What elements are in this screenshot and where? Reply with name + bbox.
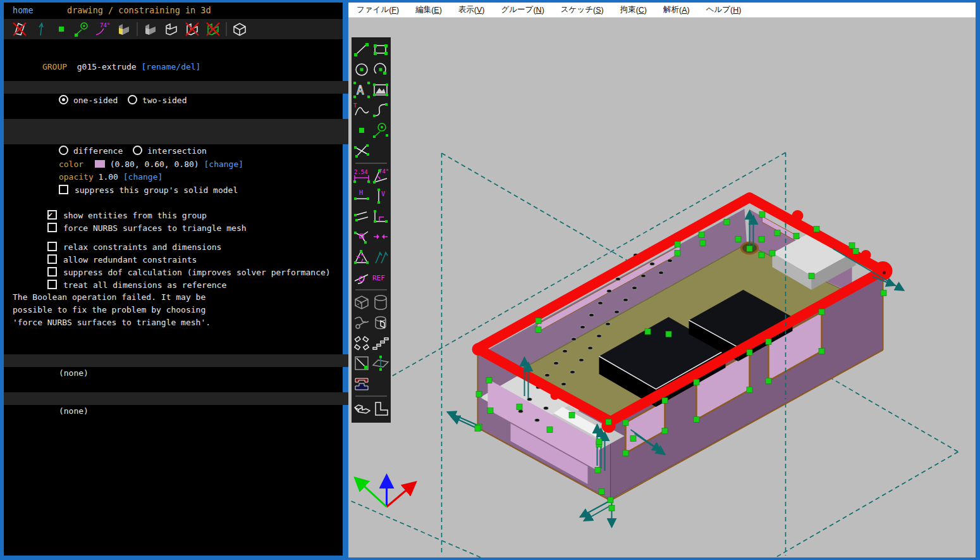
rotate-copy-tool-icon[interactable] xyxy=(353,334,371,352)
translate-copy-tool-icon[interactable] xyxy=(372,334,389,352)
distance-dimension-tool-icon[interactable]: 2.54 xyxy=(353,167,371,185)
point-tool-icon[interactable] xyxy=(353,121,371,139)
link-group-tool-icon[interactable] xyxy=(372,400,389,418)
3d-scene xyxy=(348,18,976,557)
one-sided-label[interactable]: one-sided xyxy=(73,96,118,105)
line-tool-icon[interactable] xyxy=(353,40,371,58)
two-sided-radio[interactable] xyxy=(128,95,137,104)
extrude-tool-icon[interactable] xyxy=(353,294,371,311)
browser-header: home drawing / constraining in 3d xyxy=(4,3,343,19)
toggle-dimensions-icon[interactable]: 74° xyxy=(95,21,111,37)
menu-help[interactable]: ヘルプH xyxy=(698,3,750,17)
constraints-none-row: (none) xyxy=(4,392,368,405)
toggle-outlines-icon[interactable] xyxy=(163,21,180,37)
menu-view[interactable]: 表示V xyxy=(450,3,493,17)
tangent-constraint-tool-icon[interactable] xyxy=(353,268,371,286)
group-row: GROUP g015-extrude [rename/del] xyxy=(4,48,352,61)
svg-text:V: V xyxy=(381,190,385,197)
requests-none-row: (none) xyxy=(4,354,368,367)
svg-text:74°: 74° xyxy=(100,22,110,28)
equal-constraint-tool-icon[interactable] xyxy=(353,248,371,266)
suppress-solid-checkbox[interactable] xyxy=(59,185,68,194)
browser-title: drawing / constraining in 3d xyxy=(67,5,211,15)
rectangle-tool-icon[interactable] xyxy=(372,40,389,58)
one-sided-radio[interactable] xyxy=(59,95,68,104)
menu-sketch[interactable]: スケッチS xyxy=(553,3,612,17)
angle-dimension-tool-icon[interactable]: 74° xyxy=(372,167,389,185)
perpendicular-constraint-tool-icon[interactable] xyxy=(372,208,389,225)
bool-options-row2: difference intersection xyxy=(4,132,368,144)
menu-analyze[interactable]: 解析A xyxy=(655,3,698,17)
property-browser-window: home drawing / constraining in 3d 74° xyxy=(4,3,343,556)
vertical-constraint-tool-icon[interactable]: V xyxy=(372,187,389,205)
suppress-dof-row: suppress dof calculation (improves solve… xyxy=(4,253,357,266)
tangent-arc-tool-icon[interactable]: T xyxy=(353,101,371,119)
circle-tool-icon[interactable] xyxy=(353,61,371,78)
sided-options-row: one-sided two-sided xyxy=(4,81,368,94)
show-entities-row: show entities from this group xyxy=(4,196,357,209)
toolbar-separator xyxy=(226,22,227,36)
lathe-tool-icon[interactable] xyxy=(372,294,389,311)
svg-text:H: H xyxy=(359,189,363,196)
split-curves-tool-icon[interactable] xyxy=(353,142,371,159)
workplane-tool-icon[interactable] xyxy=(372,354,389,372)
point-on-line-tool-icon[interactable] xyxy=(353,228,371,246)
construction-tool-icon[interactable] xyxy=(372,121,389,139)
toggle-mesh-icon[interactable] xyxy=(184,21,200,37)
menu-constrain[interactable]: 拘束C xyxy=(612,3,655,17)
two-sided-label[interactable]: two-sided xyxy=(142,96,187,105)
color-row: color (0.80, 0.60, 0.80) [change] xyxy=(4,146,368,158)
viewport-canvas[interactable]: A T xyxy=(348,18,976,557)
home-link[interactable]: home xyxy=(13,5,34,15)
axes-triad xyxy=(355,475,416,507)
horizontal-constraint-tool-icon[interactable]: H xyxy=(353,187,371,205)
sketch-in-plane-tool-icon[interactable] xyxy=(353,354,371,372)
extrude-heading: extrude plane sketch xyxy=(4,68,355,81)
toggle-hidden-mesh-icon[interactable] xyxy=(205,21,221,37)
svg-text:T: T xyxy=(353,103,357,109)
toggle-normals-icon[interactable] xyxy=(32,21,49,37)
constraints-heading: constraints in group (1 DOF) xyxy=(4,380,355,392)
menu-bar: ファイルF 編集E 表示V グループN スケッチS 拘束C 解析A ヘルプH xyxy=(348,3,976,18)
bool-options-row1: union assemble xyxy=(4,119,368,132)
viewport-toolbar: A T xyxy=(352,37,391,423)
revolve-tool-icon[interactable] xyxy=(372,314,389,332)
error-message-line3: 'force NURBS surfaces to triangle mesh'. xyxy=(4,316,352,329)
force-nurbs-row: force NURBS surfaces to triangle mesh xyxy=(4,209,357,221)
show-mesh-cube-icon[interactable] xyxy=(231,21,248,37)
reference-dimension-tool-icon[interactable]: REF xyxy=(372,268,389,286)
toggle-shaded-icon[interactable] xyxy=(116,21,132,37)
toolbar-separator xyxy=(137,22,138,36)
step-translate-tool-icon[interactable] xyxy=(353,375,371,392)
toggle-constraints-icon[interactable] xyxy=(74,21,90,37)
error-message-line2: possible to fix the problem by choosing xyxy=(4,304,352,316)
view-toggle-toolbar: 74° xyxy=(4,19,343,39)
toggle-points-icon[interactable] xyxy=(53,21,70,37)
menu-file[interactable]: ファイルF xyxy=(348,3,407,17)
toolbar-separator xyxy=(355,289,387,290)
toolbar-separator xyxy=(355,395,387,397)
toggle-workplanes-icon[interactable] xyxy=(11,21,28,37)
svg-text:REF: REF xyxy=(372,274,385,282)
treat-reference-row: treat all dimensions as reference xyxy=(4,266,357,278)
arc-tool-icon[interactable] xyxy=(372,61,389,78)
spline-tool-icon[interactable] xyxy=(372,101,389,119)
text-tool-icon[interactable]: A xyxy=(353,81,371,99)
opacity-row: opacity 1.00 [change] xyxy=(4,158,368,171)
group-solid-tool-icon[interactable] xyxy=(353,400,371,418)
svg-text:A: A xyxy=(357,83,364,97)
svg-text:2.54: 2.54 xyxy=(354,169,368,175)
symmetric-constraint-tool-icon[interactable] xyxy=(372,228,389,246)
parallel-constraint-tool-icon[interactable] xyxy=(353,208,371,225)
requests-heading: requests in group xyxy=(4,342,355,354)
suppress-solid-row: suppress this group's solid model xyxy=(4,171,368,184)
toolbar-separator xyxy=(355,163,387,164)
menu-edit[interactable]: 編集E xyxy=(407,3,450,17)
toggle-edges-icon[interactable] xyxy=(142,21,159,37)
treat-reference-checkbox[interactable] xyxy=(47,280,57,289)
image-tool-icon[interactable] xyxy=(372,81,389,99)
menu-group[interactable]: グループN xyxy=(493,3,553,17)
solid-heading: solid model as xyxy=(4,106,355,119)
helix-tool-icon[interactable] xyxy=(353,314,371,332)
orient-normals-tool-icon[interactable] xyxy=(372,248,389,266)
